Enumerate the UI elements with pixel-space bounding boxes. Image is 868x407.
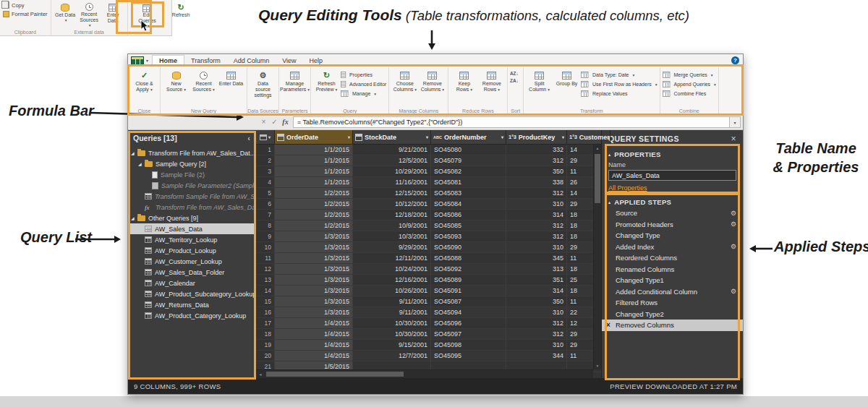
formula-expand-icon[interactable]: ▾: [730, 116, 741, 128]
cell-productkey[interactable]: 312: [506, 231, 567, 241]
query-item-transform-file-from-aw-sales-dat[interactable]: ◢Transform File from AW_Sales_Dat...: [128, 147, 255, 158]
applied-step-added-index[interactable]: Added Index⚙: [602, 241, 743, 253]
column-header-stockdate[interactable]: StockDate▾: [353, 130, 431, 144]
cell-productkey[interactable]: 344: [506, 351, 567, 361]
cell-ordernumber[interactable]: SO45081: [431, 177, 506, 187]
column-header-orderdate[interactable]: OrderDate▾: [275, 130, 353, 144]
cell-stockdate[interactable]: 10/30/2001: [353, 329, 431, 339]
ribbon-button-data-source-settings[interactable]: ⚙Data source settings: [250, 68, 276, 106]
cell-stockdate[interactable]: 11/16/2001: [353, 177, 431, 187]
row-number[interactable]: 4: [256, 177, 275, 187]
cell-orderdate[interactable]: 1/2/2015: [275, 210, 353, 220]
cell-ordernumber[interactable]: SO45080: [431, 145, 506, 155]
row-number[interactable]: 14: [256, 286, 275, 296]
query-item-transform-sample-file-from-aw-s[interactable]: Transform Sample File from AW_S...: [128, 191, 255, 202]
ribbon-button-new-source[interactable]: New Source▾: [163, 68, 190, 106]
edit-queries-button[interactable]: Edit Queries ▾: [134, 4, 161, 25]
cell-stockdate[interactable]: 10/30/2001: [353, 318, 431, 328]
cell-productkey[interactable]: 310: [506, 340, 567, 350]
query-item-aw-sales-data[interactable]: AW_Sales_Data: [128, 223, 255, 234]
collapse-pane-icon[interactable]: ‹: [247, 134, 250, 142]
gear-icon[interactable]: ⚙: [731, 243, 736, 250]
vertical-scrollbar-thumb[interactable]: [595, 154, 600, 203]
cell-ordernumber[interactable]: SO45094: [431, 307, 506, 317]
cell-productkey[interactable]: 312: [506, 329, 567, 339]
close-pane-icon[interactable]: ×: [731, 134, 736, 144]
expander-icon[interactable]: ◢: [131, 150, 137, 155]
cell-orderdate[interactable]: 1/4/2015: [275, 351, 353, 361]
format-painter-button[interactable]: Format Painter: [3, 11, 48, 17]
commit-formula-icon[interactable]: ✓: [269, 118, 280, 126]
cell-stockdate[interactable]: 12/5/2001: [353, 155, 431, 166]
cell-productkey[interactable]: 338: [506, 177, 567, 187]
filter-dropdown-icon[interactable]: ▾: [348, 134, 350, 140]
help-icon[interactable]: ?: [731, 56, 739, 64]
tab-home[interactable]: Home: [152, 55, 184, 66]
applied-step-filtered-rows[interactable]: Filtered Rows: [602, 297, 743, 309]
cell-stockdate[interactable]: 12/15/2001: [353, 188, 431, 198]
cell-orderdate[interactable]: 1/4/2015: [275, 329, 353, 339]
ribbon-button-remove-columns[interactable]: Remove Columns▾: [419, 68, 446, 106]
cell-stockdate[interactable]: 9/29/2001: [353, 242, 431, 252]
row-number[interactable]: 7: [256, 210, 275, 220]
cell-orderdate[interactable]: 1/3/2015: [275, 231, 353, 241]
cell-productkey[interactable]: 310: [506, 199, 567, 209]
ribbon-button-group-by[interactable]: Group By: [553, 68, 580, 106]
cell-productkey[interactable]: 313: [506, 264, 567, 274]
ribbon-button-manage-parameters[interactable]: Manage Parameters▾: [281, 68, 308, 106]
row-number[interactable]: 19: [256, 340, 275, 350]
cell-orderdate[interactable]: 1/3/2015: [275, 264, 353, 274]
applied-step-promoted-headers[interactable]: Promoted Headers⚙: [602, 219, 743, 231]
ribbon-button-properties[interactable]: Properties: [341, 71, 386, 79]
query-item-sample-query-2[interactable]: ◢Sample Query [2]: [128, 158, 255, 169]
row-number[interactable]: 13: [256, 275, 275, 285]
applied-steps-section-header[interactable]: ▴ APPLIED STEPS: [602, 195, 743, 207]
tab-help[interactable]: Help: [303, 56, 330, 66]
cell-productkey[interactable]: 312: [506, 318, 567, 328]
query-item-transform-file-from-aw-sales-da[interactable]: fxTransform File from AW_Sales_Da...: [128, 202, 255, 213]
cell-ordernumber[interactable]: SO45095: [431, 351, 506, 361]
cell-stockdate[interactable]: 9/21/2001: [353, 145, 431, 155]
query-item-aw-product-subcategory-lookup[interactable]: AW_Product_Subcategory_Lookup: [128, 288, 255, 299]
expander-icon[interactable]: ◢: [131, 215, 137, 220]
vertical-scrollbar[interactable]: ▲ ▼: [593, 145, 601, 369]
ribbon-button-advanced-editor[interactable]: Advanced Editor: [341, 80, 386, 88]
cell-stockdate[interactable]: 9/11/2001: [353, 296, 431, 307]
grid-corner-cell[interactable]: ▾: [256, 130, 275, 144]
cell-ordernumber[interactable]: SO45092: [431, 264, 506, 274]
cell-orderdate[interactable]: 1/2/2015: [275, 199, 353, 209]
filter-dropdown-icon[interactable]: ▾: [562, 134, 564, 140]
cell-productkey[interactable]: 312: [506, 188, 567, 198]
properties-section-header[interactable]: ▴ PROPERTIES: [602, 147, 743, 160]
expander-icon[interactable]: ◢: [138, 161, 145, 166]
row-number[interactable]: 8: [256, 220, 275, 231]
ribbon-button-remove-rows[interactable]: Remove Rows▾: [478, 68, 505, 106]
row-number[interactable]: 18: [256, 329, 275, 339]
refresh-button[interactable]: ↻ Refresh: [170, 1, 192, 27]
cell-ordernumber[interactable]: SO45083: [431, 188, 506, 198]
tab-add-column[interactable]: Add Column: [227, 56, 276, 66]
cell-orderdate[interactable]: 1/1/2015: [275, 155, 353, 166]
ribbon-button-enter-data[interactable]: Enter Data: [218, 68, 244, 106]
cell-productkey[interactable]: 345: [506, 253, 567, 263]
query-item-aw-sales-data-folder[interactable]: AW_Sales_Data_Folder: [128, 267, 255, 278]
cell-ordernumber[interactable]: SO45098: [431, 340, 506, 350]
scroll-up-icon[interactable]: ▲: [594, 146, 601, 150]
scroll-down-icon[interactable]: ▼: [594, 364, 601, 368]
ribbon-button-recent-sources[interactable]: Recent Sources▾: [190, 68, 217, 106]
cell-ordernumber[interactable]: SO45079: [431, 155, 506, 166]
cell-orderdate[interactable]: 1/1/2015: [275, 145, 353, 155]
cell-orderdate[interactable]: 1/1/2015: [275, 166, 353, 176]
cell-ordernumber[interactable]: SO45082: [431, 166, 506, 176]
ribbon-button-use-first-row-as-headers[interactable]: Use First Row as Headers▾: [581, 80, 657, 88]
filter-dropdown-icon[interactable]: ▾: [426, 134, 428, 140]
app-file-icon[interactable]: [131, 56, 144, 65]
cell-ordernumber[interactable]: SO45088: [431, 253, 506, 263]
row-number[interactable]: 3: [256, 166, 275, 176]
row-number[interactable]: 20: [256, 351, 275, 361]
ribbon-button-data-type-date[interactable]: Data Type: Date▾: [581, 71, 657, 79]
cell-productkey[interactable]: 314: [506, 286, 567, 296]
row-number[interactable]: 6: [256, 199, 275, 209]
row-number[interactable]: 9: [256, 231, 275, 241]
cell-orderdate[interactable]: 1/3/2015: [275, 253, 353, 263]
